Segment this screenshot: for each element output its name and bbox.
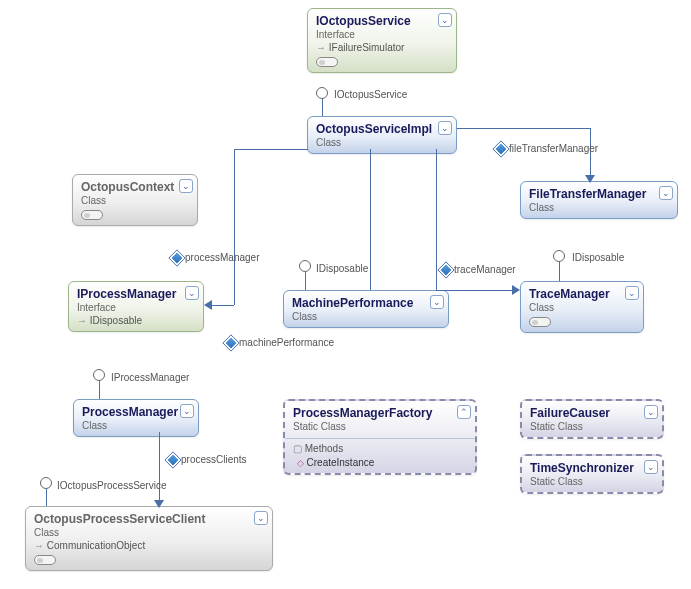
relation-label: machinePerformance bbox=[226, 337, 334, 348]
lollipop-label: IDisposable bbox=[316, 263, 368, 274]
title: ProcessManager bbox=[82, 405, 190, 419]
title: OctopusContext bbox=[81, 180, 189, 194]
section-header: Methods bbox=[293, 443, 467, 454]
property-icon bbox=[224, 336, 238, 350]
expand-icon[interactable]: ⌄ bbox=[180, 404, 194, 418]
lollipop-label: IOctopusService bbox=[334, 89, 407, 100]
class-octopus-process-service-client[interactable]: OctopusProcessServiceClient Class Commun… bbox=[25, 506, 273, 571]
title: ProcessManagerFactory bbox=[293, 406, 467, 420]
collapse-pill-icon bbox=[34, 555, 56, 565]
collapse-pill-icon bbox=[81, 210, 103, 220]
class-octopus-service-impl[interactable]: OctopusServiceImpl Class ⌄ bbox=[307, 116, 457, 154]
expand-icon[interactable]: ⌄ bbox=[185, 286, 199, 300]
connector bbox=[370, 149, 371, 290]
connector bbox=[559, 262, 560, 281]
class-machine-performance[interactable]: MachinePerformance Class ⌄ bbox=[283, 290, 449, 328]
expand-icon[interactable]: ⌄ bbox=[659, 186, 673, 200]
stereotype: Static Class bbox=[530, 421, 654, 432]
lollipop-label: IDisposable bbox=[572, 252, 624, 263]
title: IProcessManager bbox=[77, 287, 195, 301]
arrowhead-icon bbox=[154, 500, 164, 508]
class-process-manager[interactable]: ProcessManager Class ⌄ bbox=[73, 399, 199, 437]
expand-icon[interactable]: ⌄ bbox=[430, 295, 444, 309]
class-time-synchronizer[interactable]: TimeSynchronizer Static Class ⌄ bbox=[520, 454, 664, 494]
title: FailureCauser bbox=[530, 406, 654, 420]
property-icon bbox=[166, 453, 180, 467]
arrowhead-icon bbox=[204, 300, 212, 310]
lollipop-icon bbox=[299, 260, 311, 272]
stereotype: Static Class bbox=[530, 476, 654, 487]
expand-icon[interactable]: ⌄ bbox=[438, 121, 452, 135]
inherits: IFailureSimulator bbox=[316, 42, 448, 53]
connector bbox=[234, 149, 308, 150]
interface-ioctopus-service[interactable]: IOctopusService Interface IFailureSimula… bbox=[307, 8, 457, 73]
title: TimeSynchronizer bbox=[530, 461, 654, 475]
title: IOctopusService bbox=[316, 14, 448, 28]
arrowhead-icon bbox=[512, 285, 520, 295]
expand-icon[interactable]: ⌃ bbox=[457, 405, 471, 419]
relation-label: fileTransferManager bbox=[496, 143, 598, 154]
expand-icon[interactable]: ⌄ bbox=[644, 460, 658, 474]
lollipop-label: IOctopusProcessService bbox=[57, 480, 167, 491]
class-process-manager-factory[interactable]: ProcessManagerFactory Static Class ⌃ Met… bbox=[283, 399, 477, 475]
inherits: IDisposable bbox=[77, 315, 195, 326]
expand-icon[interactable]: ⌄ bbox=[254, 511, 268, 525]
arrowhead-icon bbox=[585, 175, 595, 183]
lollipop-label: IProcessManager bbox=[111, 372, 189, 383]
property-icon bbox=[170, 251, 184, 265]
title: TraceManager bbox=[529, 287, 635, 301]
expand-icon[interactable]: ⌄ bbox=[644, 405, 658, 419]
lollipop-icon bbox=[40, 477, 52, 489]
stereotype: Class bbox=[34, 527, 264, 538]
stereotype: Class bbox=[82, 420, 190, 431]
title: MachinePerformance bbox=[292, 296, 440, 310]
class-trace-manager[interactable]: TraceManager Class ⌄ bbox=[520, 281, 644, 333]
method-create-instance[interactable]: CreateInstance bbox=[293, 454, 467, 468]
relation-label: traceManager bbox=[441, 264, 516, 275]
expand-icon[interactable]: ⌄ bbox=[438, 13, 452, 27]
connector bbox=[234, 149, 235, 305]
connector bbox=[305, 272, 306, 290]
connector bbox=[46, 489, 47, 506]
connector bbox=[590, 128, 591, 181]
lollipop-icon bbox=[316, 87, 328, 99]
class-octopus-context[interactable]: OctopusContext Class ⌄ bbox=[72, 174, 198, 226]
stereotype: Class bbox=[529, 202, 669, 213]
title: OctopusProcessServiceClient bbox=[34, 512, 264, 526]
connector bbox=[322, 99, 323, 116]
connector bbox=[457, 128, 590, 129]
connector bbox=[436, 290, 516, 291]
stereotype: Class bbox=[529, 302, 635, 313]
relation-label: processClients bbox=[168, 454, 247, 465]
title: OctopusServiceImpl bbox=[316, 122, 448, 136]
connector bbox=[436, 149, 437, 290]
class-failure-causer[interactable]: FailureCauser Static Class ⌄ bbox=[520, 399, 664, 439]
interface-iprocess-manager[interactable]: IProcessManager Interface IDisposable ⌄ bbox=[68, 281, 204, 332]
class-file-transfer-manager[interactable]: FileTransferManager Class ⌄ bbox=[520, 181, 678, 219]
inherits: CommunicationObject bbox=[34, 540, 264, 551]
expand-icon[interactable]: ⌄ bbox=[625, 286, 639, 300]
expand-icon[interactable]: ⌄ bbox=[179, 179, 193, 193]
collapse-pill-icon bbox=[316, 57, 338, 67]
property-icon bbox=[494, 142, 508, 156]
stereotype: Class bbox=[81, 195, 189, 206]
lollipop-icon bbox=[553, 250, 565, 262]
stereotype: Static Class bbox=[293, 421, 467, 432]
stereotype: Class bbox=[292, 311, 440, 322]
connector bbox=[99, 381, 100, 399]
stereotype: Class bbox=[316, 137, 448, 148]
property-icon bbox=[439, 263, 453, 277]
connector bbox=[212, 305, 234, 306]
relation-label: processManager bbox=[172, 252, 259, 263]
collapse-pill-icon bbox=[529, 317, 551, 327]
stereotype: Interface bbox=[316, 29, 448, 40]
lollipop-icon bbox=[93, 369, 105, 381]
connector bbox=[159, 432, 160, 506]
title: FileTransferManager bbox=[529, 187, 669, 201]
stereotype: Interface bbox=[77, 302, 195, 313]
methods-section: Methods CreateInstance bbox=[285, 438, 475, 468]
